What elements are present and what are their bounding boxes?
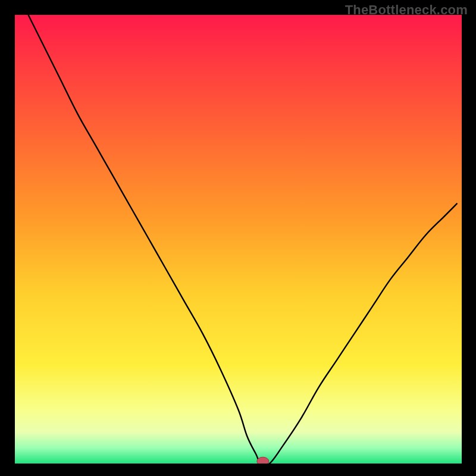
chart-frame: TheBottleneck.com xyxy=(0,0,476,476)
plot-area xyxy=(15,15,462,464)
optimal-point-marker xyxy=(257,457,269,464)
watermark-text: TheBottleneck.com xyxy=(345,2,468,18)
gradient-background xyxy=(15,15,462,464)
bottleneck-chart xyxy=(15,15,462,464)
